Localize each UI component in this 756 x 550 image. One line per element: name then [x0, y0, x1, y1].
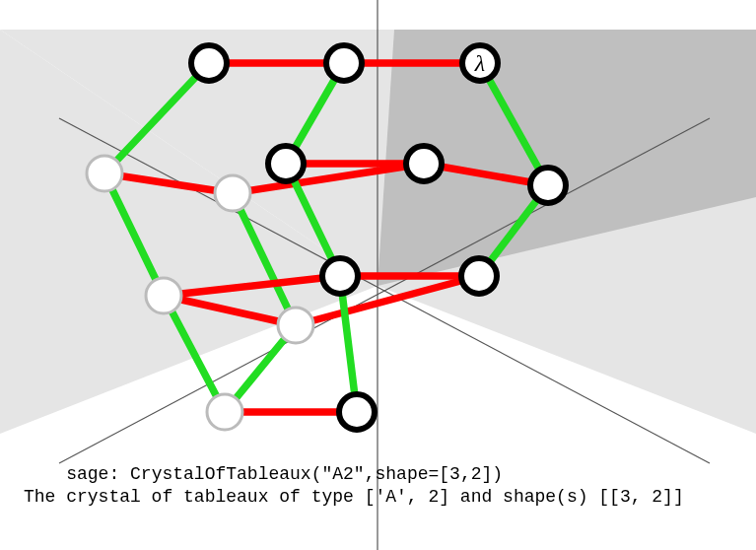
diagram-stage: λ sage: CrystalOfTableaux("A2",shape=[3,… — [0, 0, 756, 550]
crystal-node — [339, 394, 375, 430]
crystal-node — [268, 146, 304, 181]
crystal-node — [278, 308, 313, 343]
crystal-node — [322, 258, 358, 294]
crystal-node — [461, 258, 497, 294]
crystal-node — [406, 146, 442, 181]
caption-block: sage: CrystalOfTableaux("A2",shape=[3,2]… — [24, 440, 684, 532]
crystal-node — [191, 45, 227, 81]
crystal-node — [87, 156, 122, 191]
caption-line-2: The crystal of tableaux of type ['A', 2]… — [24, 487, 684, 507]
crystal-node — [530, 168, 566, 203]
lambda-label: λ — [474, 50, 485, 76]
crystal-node — [326, 45, 362, 81]
crystal-node — [146, 278, 181, 313]
caption-line-1: sage: CrystalOfTableaux("A2",shape=[3,2]… — [66, 464, 503, 484]
crystal-node — [207, 394, 242, 430]
crystal-node — [215, 175, 250, 211]
